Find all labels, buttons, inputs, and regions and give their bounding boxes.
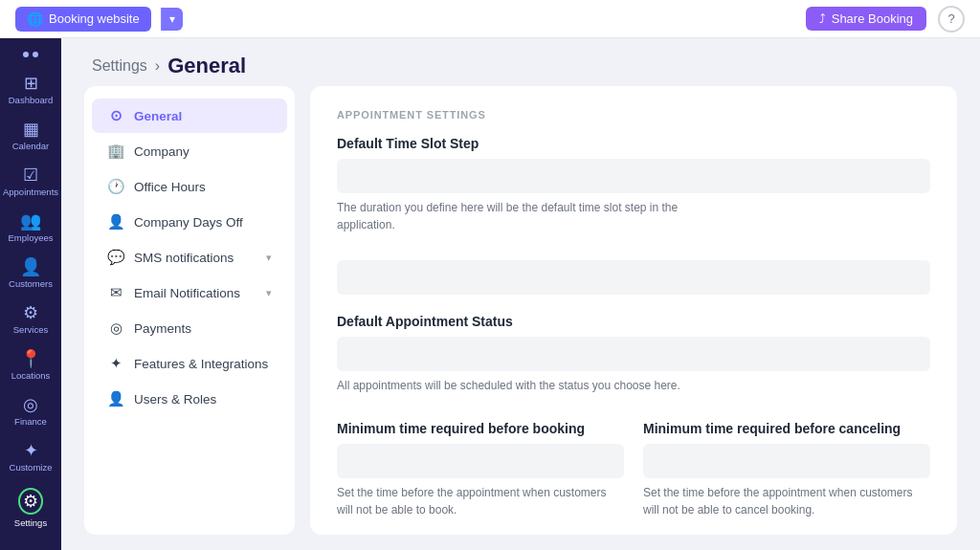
share-booking-label: Share Booking — [832, 11, 913, 26]
sidebar-item-employees[interactable]: 👥 Employees — [0, 205, 61, 251]
field-desc-time-slot: The duration you define here will be the… — [337, 199, 701, 233]
email-nav-icon: ✉ — [107, 284, 124, 301]
calendar-icon: ▦ — [23, 121, 39, 138]
sidebar-item-customers[interactable]: 👤 Customers — [0, 251, 61, 297]
field-min-time-booking: Minimum time required before booking Set… — [337, 421, 624, 518]
booking-website-button[interactable]: 🌐 Booking website — [15, 7, 151, 32]
users-nav-icon: 👤 — [107, 390, 124, 407]
nav-item-office-hours[interactable]: 🕐 Office Hours — [92, 169, 287, 204]
sidebar-item-dashboard[interactable]: ⊞ Dashboard — [0, 67, 61, 113]
topbar-left: 🌐 Booking website ▾ — [15, 7, 183, 32]
finance-icon: ◎ — [23, 396, 38, 413]
nav-label-company-days-off: Company Days Off — [134, 215, 243, 230]
features-nav-icon: ✦ — [107, 355, 124, 372]
nav-item-company[interactable]: 🏢 Company — [92, 134, 287, 168]
field-label-appointment-status: Default Appointment Status — [337, 314, 930, 329]
field-default-time-slot: Default Time Slot Step The duration you … — [337, 136, 930, 233]
customers-icon: 👤 — [20, 258, 41, 275]
booking-website-dropdown[interactable]: ▾ — [161, 8, 183, 31]
locations-icon: 📍 — [20, 350, 41, 367]
sidebar-label-settings: Settings — [14, 517, 47, 528]
spacer-block — [337, 260, 930, 295]
sms-chevron-icon: ▾ — [266, 252, 272, 264]
payments-nav-icon: ◎ — [107, 319, 124, 337]
topbar: 🌐 Booking website ▾ ⤴ Share Booking ? — [0, 0, 980, 38]
sidebar-item-settings[interactable]: ⚙ Settings — [0, 480, 61, 536]
field-label-min-canceling: Minimum time required before canceling — [643, 421, 930, 436]
company-days-off-nav-icon: 👤 — [107, 213, 124, 231]
main-layout: ⊞ Dashboard ▦ Calendar ☑ Appointments 👥 … — [0, 38, 980, 550]
field-min-time-canceling: Minimum time required before canceling S… — [643, 421, 930, 518]
general-nav-icon: ⊙ — [107, 107, 124, 124]
employees-icon: 👥 — [20, 212, 41, 230]
field-desc-appointment-status: All appointments will be scheduled with … — [337, 377, 701, 394]
nav-label-office-hours: Office Hours — [134, 180, 206, 194]
share-booking-button[interactable]: ⤴ Share Booking — [806, 7, 926, 31]
nav-item-payments[interactable]: ◎ Payments — [92, 311, 287, 345]
sidebar-label-finance: Finance — [14, 416, 47, 427]
nav-item-features-integrations[interactable]: ✦ Features & Integrations — [92, 346, 287, 381]
nav-item-general[interactable]: ⊙ General — [92, 99, 287, 133]
email-chevron-icon: ▾ — [266, 287, 272, 299]
min-booking-input — [337, 444, 624, 478]
nav-label-email: Email Notifications — [134, 286, 240, 300]
nav-item-company-days-off[interactable]: 👤 Company Days Off — [92, 205, 287, 239]
sidebar-item-services[interactable]: ⚙ Services — [0, 297, 61, 342]
field-label-min-booking: Minimum time required before booking — [337, 421, 624, 436]
help-icon: ? — [947, 11, 954, 26]
nav-label-payments: Payments — [134, 321, 191, 336]
company-nav-icon: 🏢 — [107, 143, 124, 160]
customize-icon: ✦ — [24, 442, 38, 459]
sidebar-label-customize: Customize — [10, 462, 53, 473]
sidebar: ⊞ Dashboard ▦ Calendar ☑ Appointments 👥 … — [0, 38, 61, 550]
help-button[interactable]: ? — [938, 6, 965, 33]
sidebar-label-dashboard: Dashboard — [9, 95, 53, 105]
topbar-right: ⤴ Share Booking ? — [806, 6, 965, 33]
office-hours-nav-icon: 🕐 — [107, 178, 124, 195]
breadcrumb-bar: Settings › General — [61, 38, 980, 86]
services-icon: ⚙ — [23, 304, 38, 321]
field-row-booking-canceling: Minimum time required before booking Set… — [337, 421, 930, 535]
dashboard-icon: ⊞ — [24, 75, 38, 92]
sms-nav-icon: 💬 — [107, 249, 124, 266]
nav-item-sms-notifications[interactable]: 💬 SMS notifications ▾ — [92, 240, 287, 275]
sidebar-label-employees: Employees — [9, 232, 54, 243]
nav-label-users: Users & Roles — [134, 392, 216, 407]
sidebar-item-customize[interactable]: ✦ Customize — [0, 434, 61, 480]
panels: ⊙ General 🏢 Company 🕐 Office Hours 👤 Com… — [61, 86, 980, 550]
nav-item-users-roles[interactable]: 👤 Users & Roles — [92, 382, 287, 416]
nav-label-company: Company — [134, 144, 189, 159]
settings-content: APPOINTMENT SETTINGS Default Time Slot S… — [310, 86, 957, 535]
sidebar-label-customers: Customers — [9, 278, 53, 289]
appointments-icon: ☑ — [23, 166, 38, 184]
sidebar-label-appointments: Appointments — [3, 187, 58, 197]
sidebar-label-calendar: Calendar — [12, 141, 50, 151]
sidebar-collapse[interactable] — [23, 46, 38, 67]
nav-label-features: Features & Integrations — [134, 357, 268, 371]
content-area: Settings › General ⊙ General 🏢 Company 🕐 — [61, 38, 980, 550]
sidebar-item-appointments[interactable]: ☑ Appointments — [0, 159, 61, 205]
time-slot-input-block — [337, 159, 930, 193]
settings-nav: ⊙ General 🏢 Company 🕐 Office Hours 👤 Com… — [84, 86, 295, 535]
min-canceling-input — [643, 444, 930, 478]
dot-1 — [23, 52, 29, 57]
nav-label-sms: SMS notifications — [134, 251, 234, 265]
breadcrumb-parent: Settings — [92, 57, 147, 75]
nav-label-general: General — [134, 109, 182, 123]
breadcrumb-separator: › — [155, 57, 160, 75]
dot-2 — [33, 52, 38, 57]
field-desc-min-canceling: Set the time before the appointment when… — [643, 484, 930, 518]
booking-website-label: Booking website — [49, 11, 140, 26]
field-default-appointment-status: Default Appointment Status All appointme… — [337, 314, 930, 394]
sidebar-item-calendar[interactable]: ▦ Calendar — [0, 113, 61, 159]
sidebar-item-locations[interactable]: 📍 Locations — [0, 342, 61, 388]
breadcrumb-current: General — [167, 54, 246, 78]
nav-item-email-notifications[interactable]: ✉ Email Notifications ▾ — [92, 275, 287, 310]
field-label-time-slot: Default Time Slot Step — [337, 136, 930, 151]
sidebar-label-services: Services — [13, 324, 48, 335]
appointment-settings-label: APPOINTMENT SETTINGS — [337, 109, 930, 121]
breadcrumb: Settings › General — [92, 54, 949, 78]
sidebar-item-finance[interactable]: ◎ Finance — [0, 388, 61, 434]
field-desc-min-booking: Set the time before the appointment when… — [337, 484, 624, 518]
sidebar-label-locations: Locations — [11, 370, 51, 381]
